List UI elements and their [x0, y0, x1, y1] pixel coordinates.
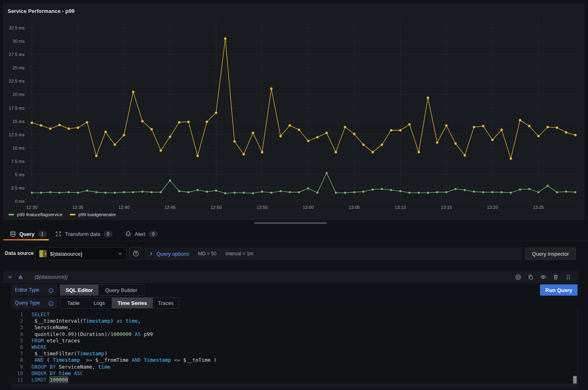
code-token: $__timeFilter(	[31, 350, 77, 357]
tab-alert-count: 0	[149, 231, 158, 238]
code-line: 8 AND ( Timestamp >= $__fromTime AND Tim…	[11, 357, 578, 363]
query-row-actions	[514, 273, 573, 282]
svg-text:13:15: 13:15	[441, 205, 452, 210]
svg-text:17.5 ms: 17.5 ms	[9, 106, 25, 111]
code-line: 6WHERE	[11, 344, 578, 350]
code-token: 1000000	[111, 331, 132, 337]
query-type-chip: Query Type	[11, 297, 57, 309]
editor-type-sql-editor[interactable]: SQL Editor	[60, 285, 98, 295]
code-token	[31, 357, 35, 363]
code-token	[171, 357, 174, 363]
drag-handle-icon[interactable]	[564, 273, 573, 282]
line-number: 5	[11, 338, 31, 344]
code-token: $__toTime )	[180, 357, 217, 363]
disable-query-icon[interactable]	[514, 273, 523, 282]
code-token: Timestamp	[83, 318, 111, 324]
query-ref-id[interactable]: A	[19, 274, 23, 280]
help-button[interactable]	[129, 247, 142, 260]
hide-response-eye-icon[interactable]	[539, 273, 548, 282]
chevron-right-icon[interactable]	[148, 251, 154, 257]
code-token: $__timeInterval(	[31, 318, 83, 324]
code-token: AS	[135, 331, 141, 337]
query-options-toggle[interactable]: Query options	[156, 251, 189, 257]
grafana-panel-editor: 0 ms2.5 ms5 ms7.5 ms10 ms12.5 ms15 ms17.…	[0, 0, 588, 390]
tab-alert[interactable]: Alert 0	[125, 227, 158, 241]
query-type-time-series[interactable]: Time Series	[112, 298, 153, 308]
delete-query-trash-icon[interactable]	[551, 273, 560, 282]
legend-item[interactable]: p99 featureflagservice	[8, 212, 63, 217]
tab-transform-data[interactable]: Transform data 0	[55, 227, 113, 241]
duplicate-query-icon[interactable]	[526, 273, 535, 282]
svg-text:12.5 ms: 12.5 ms	[9, 132, 25, 137]
line-number: 7	[11, 350, 31, 357]
code-token: >=	[86, 357, 92, 363]
line-number: 2	[11, 318, 31, 324]
collapse-chevron-icon[interactable]	[7, 274, 13, 280]
editor-type-switch: SQL Editor Query Builder	[60, 284, 144, 296]
sql-code-editor[interactable]: 1SELECT2 $__timeInterval(Timestamp) as t…	[11, 309, 578, 384]
svg-text:32.5 ms: 32.5 ms	[9, 25, 25, 30]
code-token	[56, 370, 59, 376]
code-token: time	[98, 364, 111, 370]
info-icon[interactable]	[48, 300, 54, 306]
timeseries-chart: 0 ms2.5 ms5 ms7.5 ms10 ms12.5 ms15 ms17.…	[4, 4, 584, 211]
code-token: /	[107, 331, 111, 337]
tab-query[interactable]: Query 1	[10, 227, 47, 241]
svg-text:13:25: 13:25	[533, 205, 544, 210]
svg-text:0 ms: 0 ms	[15, 199, 25, 204]
active-tab-underline	[3, 239, 49, 240]
code-token: Timestamp	[144, 357, 171, 363]
code-line: 10ORDER BY time ASC	[11, 370, 578, 377]
code-token	[141, 357, 144, 363]
tab-transform-count: 0	[104, 231, 113, 238]
svg-text:2.5 ms: 2.5 ms	[11, 186, 25, 190]
query-inspector-button[interactable]: Query inspector	[525, 248, 576, 260]
svg-text:13:20: 13:20	[487, 205, 498, 210]
datasource-picker[interactable]: ${datasource}	[35, 247, 127, 260]
query-type-label: Query Type	[15, 300, 48, 306]
code-token: ,	[138, 318, 141, 324]
legend-series-dash	[8, 214, 14, 215]
indent-guide	[43, 318, 43, 324]
code-token: GROUP BY	[31, 364, 56, 370]
legend-item[interactable]: p99 loadgenerator	[70, 212, 116, 217]
svg-text:30 ms: 30 ms	[13, 39, 25, 44]
tab-query-label: Query	[19, 231, 35, 237]
svg-text:5 ms: 5 ms	[15, 172, 25, 177]
query-type-logs[interactable]: Logs	[87, 298, 112, 308]
code-token: )	[104, 350, 108, 357]
svg-text:12:55: 12:55	[256, 205, 268, 210]
indent-guide	[43, 331, 43, 338]
tab-divider	[0, 241, 588, 241]
line-number: 3	[11, 324, 31, 331]
datasource-value: ${datasource}	[50, 251, 82, 257]
indent-guide	[43, 350, 43, 357]
query-row-header[interactable]: A (${datasource})	[3, 271, 578, 283]
run-query-button[interactable]: Run Query	[540, 284, 578, 296]
code-token: LIMIT	[31, 377, 47, 383]
code-token: otel_traces	[44, 338, 80, 344]
svg-text:12:35: 12:35	[72, 205, 83, 210]
legend-series-label: p99 loadgenerator	[78, 212, 116, 217]
code-line: 2 $__timeInterval(Timestamp) as time,	[11, 318, 578, 324]
code-token: ASC	[74, 370, 83, 376]
panel-title: Service Performance - p99	[8, 8, 75, 14]
vertical-scrollbar-thumb[interactable]	[573, 376, 577, 384]
code-token: WHERE	[31, 344, 47, 350]
code-token: FROM	[31, 338, 44, 344]
svg-text:20 ms: 20 ms	[13, 92, 25, 97]
svg-text:7.5 ms: 7.5 ms	[11, 159, 25, 164]
info-icon[interactable]	[48, 288, 54, 293]
query-type-table[interactable]: Table	[60, 298, 87, 308]
horizontal-scrollbar[interactable]	[254, 222, 327, 224]
code-token: ORDER BY	[31, 370, 56, 376]
code-line: 5FROM otel_traces	[11, 338, 578, 344]
svg-text:25 ms: 25 ms	[13, 65, 25, 70]
query-type-traces[interactable]: Traces	[153, 298, 179, 308]
code-token	[131, 331, 135, 337]
code-token: AND	[35, 357, 44, 363]
svg-text:13:10: 13:10	[395, 205, 406, 210]
editor-type-query-builder[interactable]: Query Builder	[98, 285, 144, 295]
chevron-down-icon	[117, 251, 123, 257]
tab-transform-label: Transform data	[65, 231, 100, 237]
